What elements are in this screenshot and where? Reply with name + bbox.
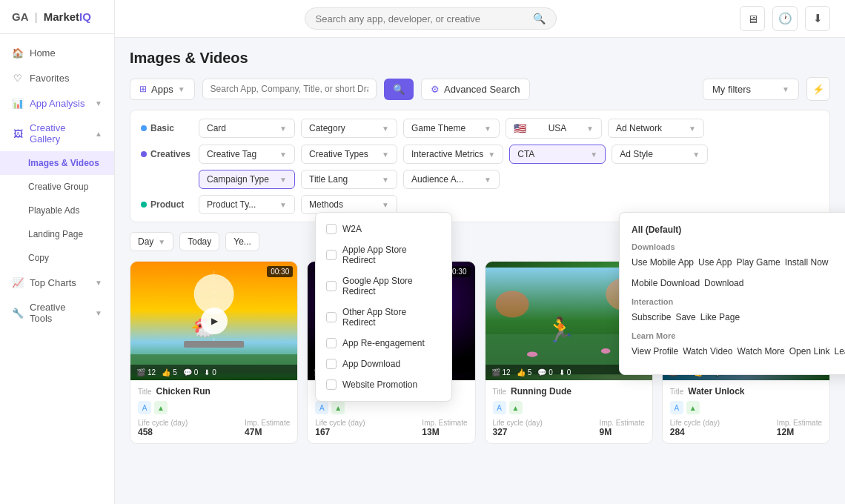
cta-section-title-downloads: Downloads [632, 242, 845, 251]
cta-like-page[interactable]: Like Page [700, 311, 740, 324]
cta-download[interactable]: Download [704, 276, 743, 290]
filter-label-basic: Basic [141, 123, 193, 133]
comments-stat-1: 💬 0 [183, 368, 199, 377]
checkbox-app-download[interactable] [326, 359, 337, 369]
imp-metric-3: Imp. Estimate 9M [600, 419, 645, 437]
likes-stat-3: 👍 5 [517, 368, 532, 377]
sidebar-label-creative-tools: Creative Tools [30, 302, 89, 324]
chevron-down-icon-3: ▼ [95, 309, 102, 317]
dropdown-item-website-promo[interactable]: Website Promotion [316, 374, 451, 395]
cta-watch-video[interactable]: Watch Video [683, 345, 732, 358]
card-body-3: Title Running Dude A ▲ Life cycle (day) … [486, 380, 652, 443]
filter-product-type-value: Product Ty... [207, 199, 256, 210]
filter-audience[interactable]: Audience A... ▼ [403, 170, 500, 189]
ios-icon-3: A [493, 401, 506, 414]
dropdown-item-google-redirect[interactable]: Google App Store Redirect [316, 271, 451, 302]
sidebar-item-creative-gallery[interactable]: 🖼 Creative Gallery ▲ [0, 116, 114, 151]
filter-cta[interactable]: CTA ▼ [509, 145, 606, 164]
checkbox-w2a[interactable] [326, 224, 337, 234]
filter-interactive-metrics[interactable]: Interactive Metrics ▼ [403, 145, 503, 164]
filter-creative-tag[interactable]: Creative Tag ▼ [199, 145, 295, 164]
advanced-search-button[interactable]: ⚙ Advanced Search [421, 79, 530, 100]
filter-ad-network[interactable]: Ad Network ▼ [608, 119, 704, 138]
cta-learn-more[interactable]: Learn More [834, 345, 845, 358]
cta-open-link[interactable]: Open Link [789, 345, 830, 358]
sidebar-item-landing-page[interactable]: Landing Page [0, 222, 114, 246]
cta-use-app[interactable]: Use App [698, 256, 732, 269]
chevron-product-type: ▼ [279, 201, 287, 209]
cta-watch-more[interactable]: Watch More [738, 345, 785, 358]
chevron-game-theme: ▼ [484, 125, 491, 133]
clock-icon-btn[interactable]: 🕐 [772, 6, 798, 31]
cta-install-now[interactable]: Install Now [785, 256, 829, 269]
sidebar-item-favorites[interactable]: ♡ Favorites [0, 65, 114, 90]
sidebar-item-creative-tools[interactable]: 🔧 Creative Tools ▼ [0, 295, 114, 331]
checkbox-google-redirect[interactable] [326, 281, 337, 291]
checkbox-reengagement[interactable] [326, 338, 337, 348]
global-search-input[interactable] [316, 13, 527, 24]
checkbox-other-redirect[interactable] [326, 312, 337, 322]
card-icons-2: A ▲ [315, 401, 467, 414]
sidebar-item-copy[interactable]: Copy [0, 246, 114, 270]
dropdown-item-app-download[interactable]: App Download [316, 354, 451, 374]
sidebar-item-home[interactable]: 🏠 Home [0, 40, 114, 65]
cta-dropdown: All (Default) Downloads Use Mobile App U… [619, 212, 845, 375]
sidebar-item-app-analysis[interactable]: 📊 App Analysis ▼ [0, 90, 114, 116]
filter-search-input[interactable] [211, 84, 368, 94]
cta-mobile-download[interactable]: Mobile Download [632, 276, 700, 290]
card-thumbnail-chicken[interactable]: 🐔 00:30 🎬 12 👍 5 [130, 262, 297, 380]
sidebar-item-top-charts[interactable]: 📈 Top Charts ▼ [0, 270, 114, 295]
filter-campaign-type[interactable]: Campaign Type ▼ [199, 170, 295, 189]
sidebar-item-playable-ads[interactable]: Playable Ads [0, 199, 114, 222]
android-icon-4: ▲ [686, 401, 700, 414]
checkbox-website-promo[interactable] [326, 379, 337, 390]
today-btn[interactable]: Today [179, 232, 219, 251]
filter-usa[interactable]: 🇺🇸 USA ▼ [506, 118, 602, 139]
cta-options-downloads: Use Mobile App Use App Play Game Install… [632, 256, 845, 269]
cta-all-default[interactable]: All (Default) [632, 222, 845, 238]
period-select[interactable]: Day ▼ [130, 232, 173, 251]
dropdown-item-w2a[interactable]: W2A [316, 219, 451, 239]
dropdown-item-reengagement[interactable]: App Re-engagement [316, 333, 451, 354]
filter-creative-types[interactable]: Creative Types ▼ [301, 145, 397, 164]
play-button-1[interactable] [201, 308, 228, 334]
download-icon-btn[interactable]: ⬇ [805, 6, 830, 31]
card-metrics-2: Life cycle (day) 167 Imp. Estimate 13M [315, 419, 467, 437]
filter-card[interactable]: Card ▼ [199, 119, 295, 138]
dot-creatives [141, 151, 147, 157]
dropdown-item-apple-redirect[interactable]: Apple App Store Redirect [316, 239, 451, 271]
filter-product-type[interactable]: Product Ty... ▼ [199, 195, 295, 214]
cta-save[interactable]: Save [675, 311, 695, 324]
main-toolbar: ⊞ Apps ▼ 🔍 ⚙ Advanced Search My filters [130, 77, 830, 101]
dropdown-label-w2a: W2A [342, 224, 362, 234]
dropdown-label-apple-redirect: Apple App Store Redirect [342, 245, 441, 265]
dropdown-item-other-redirect[interactable]: Other App Store Redirect [316, 302, 451, 333]
filter-game-theme[interactable]: Game Theme ▼ [403, 119, 500, 138]
apps-button[interactable]: ⊞ Apps ▼ [130, 79, 195, 100]
my-filters-button[interactable]: My filters ▼ [703, 79, 799, 100]
chevron-audience: ▼ [484, 176, 491, 184]
yesterday-btn[interactable]: Ye... [225, 232, 259, 251]
sidebar-item-images-videos[interactable]: Images & Videos [0, 151, 114, 175]
search-button[interactable]: 🔍 [384, 79, 414, 100]
lifecycle-metric-4: Life cycle (day) 284 [670, 419, 720, 437]
filters-panel: Basic Card ▼ Category ▼ Game Theme ▼ [130, 110, 830, 222]
filter-title-lang[interactable]: Title Lang ▼ [301, 170, 397, 189]
checkbox-apple-redirect[interactable] [326, 250, 337, 260]
card-metrics-4: Life cycle (day) 284 Imp. Estimate 12M [670, 419, 822, 437]
imp-metric-4: Imp. Estimate 12M [777, 419, 822, 437]
sidebar-item-creative-group[interactable]: Creative Group [0, 175, 114, 199]
us-flag-icon: 🇺🇸 [514, 122, 526, 134]
monitor-icon-btn[interactable]: 🖥 [740, 6, 765, 31]
filter-ad-style[interactable]: Ad Style ▼ [612, 145, 708, 164]
filter-category[interactable]: Category ▼ [301, 119, 397, 138]
filter-campaign-type-value: Campaign Type [207, 174, 269, 185]
film-icon-1: 🎬 [136, 368, 145, 377]
cta-use-mobile-app[interactable]: Use Mobile App [632, 256, 694, 269]
lifecycle-label-2: Life cycle (day) [315, 419, 365, 427]
filter-interactive-metrics-value: Interactive Metrics [411, 149, 483, 159]
filter-icon-button[interactable]: ⚡ [806, 77, 830, 101]
cta-view-profile[interactable]: View Profile [632, 345, 678, 358]
cta-play-game[interactable]: Play Game [736, 256, 780, 269]
cta-subscribe[interactable]: Subscribe [632, 311, 671, 324]
